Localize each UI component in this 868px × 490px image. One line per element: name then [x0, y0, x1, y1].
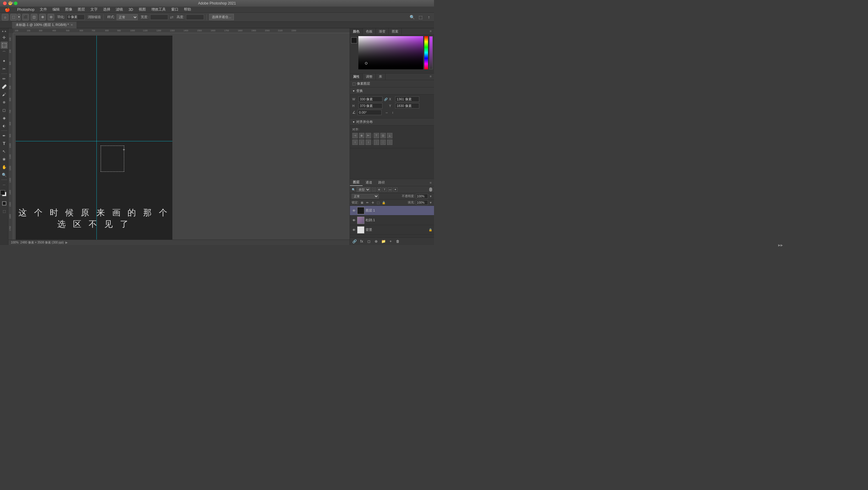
add-mask-btn[interactable]: ◻: [366, 239, 372, 244]
layers-filter-select[interactable]: 类型: [356, 187, 370, 192]
text-tool[interactable]: T: [1, 140, 8, 147]
tab-layers[interactable]: 图层: [350, 179, 363, 186]
foreground-color-swatch[interactable]: [351, 37, 357, 43]
apple-menu[interactable]: 🍎: [2, 7, 12, 13]
crop-tool[interactable]: ✂: [1, 65, 8, 72]
menu-3d[interactable]: 3D: [126, 7, 135, 12]
lock-move-btn[interactable]: ✛: [371, 201, 375, 205]
menu-text[interactable]: 文字: [88, 6, 100, 13]
status-arrow[interactable]: ▶: [65, 241, 68, 244]
select-mask-button[interactable]: 选择并遮住...: [209, 14, 234, 20]
filter-adjustment-btn[interactable]: ⊕: [377, 187, 381, 192]
marquee-options-dropdown[interactable]: ▼: [18, 14, 21, 21]
layer-style-btn[interactable]: fx: [359, 239, 364, 244]
close-button[interactable]: [3, 1, 7, 5]
delete-layer-btn[interactable]: 🗑: [395, 239, 401, 244]
menu-plugins[interactable]: 增效工具: [149, 6, 168, 13]
tab-close-btn[interactable]: ✕: [70, 23, 73, 27]
fill-input[interactable]: [416, 200, 428, 205]
layer-item-1[interactable]: 👁 杜鹃 1: [350, 215, 434, 225]
menu-layer[interactable]: 图层: [75, 6, 87, 13]
blend-mode-select[interactable]: 正常 溶解 正片叠底: [352, 194, 379, 198]
feather-input[interactable]: [67, 14, 85, 20]
w-input[interactable]: [358, 96, 382, 102]
marquee-rect-tool[interactable]: ⬚: [10, 14, 17, 21]
pixel-layer-section-header[interactable]: ⬚ 像素图层: [350, 80, 434, 87]
dist-center-h-btn[interactable]: ⋮: [359, 140, 364, 145]
tool-option-3[interactable]: ⊕: [39, 14, 46, 21]
collapse-panels-btn[interactable]: ◀◀: [8, 1, 13, 4]
brush-tool[interactable]: 🖌: [1, 91, 8, 98]
filter-toggle[interactable]: [429, 187, 432, 192]
more-tools-btn[interactable]: ···: [1, 181, 8, 188]
y-input[interactable]: [395, 103, 419, 109]
tab-swatches[interactable]: 色板: [363, 28, 376, 35]
new-fill-btn[interactable]: ⊕: [373, 239, 379, 244]
healing-tool[interactable]: 🩹: [1, 83, 8, 90]
share-button[interactable]: ↑: [426, 14, 432, 21]
width-input[interactable]: [150, 14, 168, 20]
height-input[interactable]: [186, 14, 204, 20]
fill-dropdown[interactable]: ▼: [429, 201, 432, 204]
align-middle-btn[interactable]: ⊡: [380, 133, 386, 138]
color-alpha-slider[interactable]: [429, 36, 433, 69]
align-left-btn[interactable]: ⊣: [352, 133, 358, 138]
hand-tool[interactable]: ✋: [1, 163, 8, 171]
lock-checkerboard-btn[interactable]: ⊠: [360, 201, 364, 205]
tool-option-4[interactable]: ⊖: [48, 14, 54, 21]
props-panel-menu[interactable]: ≡: [427, 73, 434, 80]
canvas-area[interactable]: 100 200 300 400 500 600 700 800 900 1000…: [8, 28, 350, 245]
tab-color[interactable]: 颜色: [350, 28, 363, 35]
menu-filter[interactable]: 滤镜: [113, 6, 125, 13]
dodge-tool[interactable]: ◐: [1, 122, 8, 129]
document-canvas[interactable]: + 这 个 时 候 原 来 画 的 那 个 选 区 不 见 了: [16, 36, 173, 240]
eyedropper-tool[interactable]: ✏: [1, 75, 8, 82]
flip-v-btn[interactable]: ↕: [390, 110, 396, 115]
flip-h-btn[interactable]: ↔: [384, 110, 390, 115]
layer-0-visibility[interactable]: 👁: [352, 209, 356, 213]
filter-pixel-btn[interactable]: ⬚: [372, 187, 376, 192]
new-group-btn[interactable]: 📁: [381, 239, 386, 244]
h-input[interactable]: [358, 103, 382, 109]
tab-paths[interactable]: 路径: [375, 179, 388, 186]
path-select-tool[interactable]: ↖: [1, 148, 8, 155]
menu-view[interactable]: 视图: [136, 6, 148, 13]
maximize-button[interactable]: [14, 1, 18, 5]
align-bottom-btn[interactable]: ⊥: [387, 133, 393, 138]
tab-adjustments[interactable]: 调整: [363, 73, 376, 80]
zoom-tool[interactable]: 🔍: [1, 171, 8, 178]
arrange-button[interactable]: ⬚: [417, 14, 424, 21]
foreground-color[interactable]: [0, 190, 5, 195]
tab-libraries[interactable]: 库: [376, 73, 385, 80]
tool-option-2[interactable]: ◫: [31, 14, 37, 21]
lasso-tool[interactable]: ⌒: [1, 50, 8, 57]
lock-all-btn[interactable]: 🔒: [381, 201, 386, 205]
menu-file[interactable]: 文件: [37, 6, 50, 13]
toolbar-collapse-btn[interactable]: ▲▲: [1, 30, 7, 33]
color-panel-menu[interactable]: ≡: [427, 28, 434, 35]
align-center-btn[interactable]: ⊕: [359, 133, 364, 138]
tab-channels[interactable]: 通道: [363, 179, 375, 186]
swap-dimensions-btn[interactable]: ⇄: [170, 15, 174, 20]
marquee-tool[interactable]: [1, 41, 8, 49]
layer-item-2[interactable]: 👁 背景 🔒: [350, 225, 434, 235]
opacity-input[interactable]: [416, 194, 428, 198]
tab-properties[interactable]: 属性: [350, 73, 363, 80]
tab-pattern[interactable]: 图案: [389, 28, 402, 35]
layer-1-visibility[interactable]: 👁: [352, 218, 356, 222]
color-area[interactable]: [0, 190, 8, 198]
dist-bottom-btn[interactable]: ⁚: [387, 140, 393, 145]
wand-tool[interactable]: ✦: [1, 57, 8, 64]
color-picker-handle[interactable]: [365, 62, 367, 64]
canvas-container[interactable]: + 这 个 时 候 原 来 画 的 那 个 选 区 不 见 了: [13, 33, 350, 240]
pen-tool[interactable]: ✒: [1, 132, 8, 139]
filter-shape-btn[interactable]: ▭: [388, 187, 392, 192]
tool-option-1[interactable]: ⬛: [22, 14, 29, 21]
layer-2-visibility[interactable]: 👁: [352, 228, 356, 232]
document-tab[interactable]: 未标题-1 @ 100% (图层 1, RGB/8) * ✕: [12, 22, 77, 28]
dist-right-btn[interactable]: ⁞: [366, 140, 371, 145]
color-picker-area[interactable]: [350, 35, 434, 74]
lock-artboard-btn[interactable]: ⬚: [376, 201, 380, 205]
move-tool[interactable]: ✛: [1, 34, 8, 41]
gradient-tool[interactable]: ◈: [1, 114, 8, 121]
